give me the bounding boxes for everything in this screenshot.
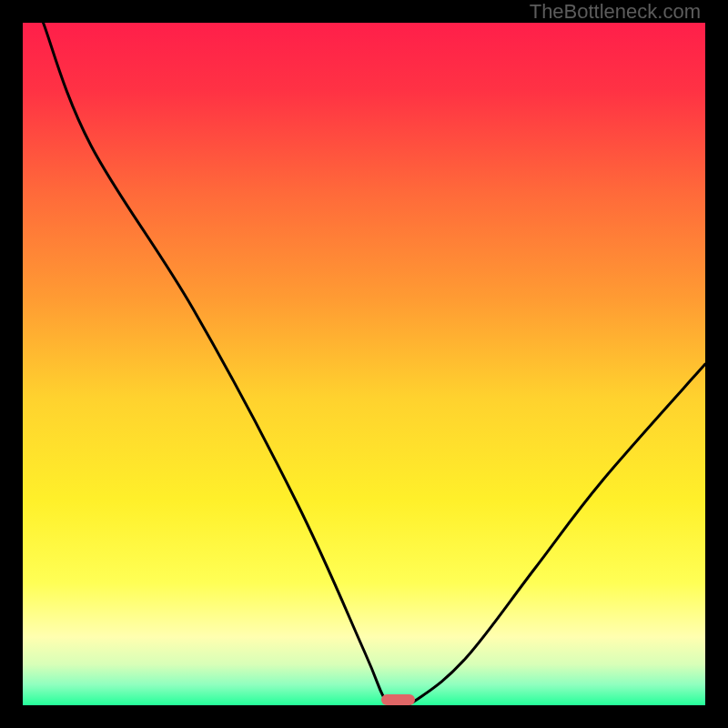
chart-frame: TheBottleneck.com [0, 0, 728, 728]
optimum-marker [381, 694, 416, 705]
plot-area [23, 23, 705, 705]
bottleneck-curve [23, 23, 705, 705]
watermark-text: TheBottleneck.com [530, 0, 701, 24]
